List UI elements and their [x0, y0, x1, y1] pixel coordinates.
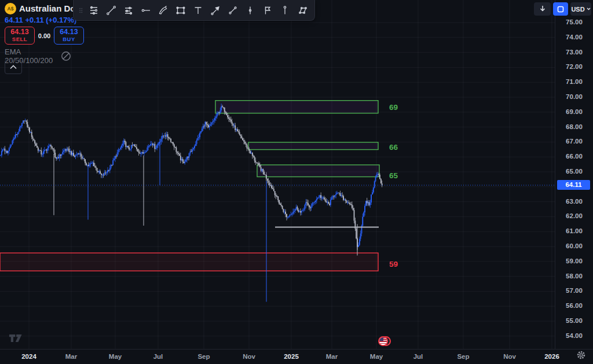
price-tick: 75.00	[555, 19, 593, 25]
last-price-label: 64.11	[557, 180, 590, 190]
zone-65[interactable]	[257, 165, 379, 177]
buy-button[interactable]: 64.13 BUY	[54, 27, 84, 45]
price-tick: 65.00	[555, 168, 593, 175]
parallelogram-tool-icon	[296, 4, 309, 17]
buy-label: BUY	[63, 36, 75, 42]
maximize-icon	[557, 6, 564, 13]
time-tick: 2026	[544, 353, 559, 360]
brush-tool-icon	[157, 4, 170, 17]
collapse-panel-button[interactable]	[5, 60, 22, 74]
price-tick: 55.00	[555, 317, 593, 324]
flag-tool-icon	[261, 4, 274, 17]
flag-tool-button[interactable]	[259, 2, 276, 19]
parallelogram-tool-button[interactable]	[294, 2, 311, 19]
time-tick: Mar	[65, 353, 77, 360]
time-tick: Nov	[503, 353, 516, 360]
time-axis[interactable]: 2024MarMayJulSepNov2025MarMayJulSepNov20…	[0, 349, 593, 364]
currency-dropdown[interactable]: USD	[570, 2, 591, 16]
price-tick: 60.00	[555, 242, 593, 249]
price-tick: 68.00	[555, 123, 593, 130]
drag-handle-icon	[77, 4, 85, 17]
time-tick: May	[109, 353, 122, 360]
time-tick: Mar	[326, 353, 338, 360]
price-tick: 59.00	[555, 258, 593, 264]
price-tick: 67.00	[555, 138, 593, 145]
price-tick: 69.00	[555, 108, 593, 115]
trading-chart-app: 69666559 75.0074.0073.0072.0071.0070.006…	[0, 0, 593, 364]
price-tick: 71.00	[555, 78, 593, 85]
fib-lines-tool-button[interactable]	[85, 2, 103, 19]
time-tick: Jul	[153, 353, 163, 360]
time-tick: Sep	[457, 353, 469, 360]
horizontal-ray-tool-icon	[140, 4, 152, 17]
zone-label-59: 59	[389, 260, 398, 269]
sell-label: SELL	[12, 36, 27, 42]
time-tick: 2025	[284, 353, 299, 360]
quote-line: 64.11 +0.11 (+0.17%)	[5, 16, 76, 24]
price-tick: 61.00	[555, 227, 593, 234]
trend-line-tool-button[interactable]	[103, 2, 120, 19]
price-label-tool-icon	[279, 4, 291, 17]
parallel-lines-tool-button[interactable]	[120, 2, 137, 19]
price-tick: 66.00	[555, 153, 593, 160]
zone-label-69: 69	[389, 103, 398, 112]
chart-canvas[interactable]: 69666559	[0, 0, 555, 349]
expand-button[interactable]	[553, 2, 568, 16]
sell-button[interactable]: 64.13 SELL	[5, 27, 35, 45]
parallel-lines-tool-icon	[122, 4, 135, 17]
zone-59[interactable]	[0, 253, 378, 271]
line-segment-tool-icon	[226, 4, 239, 17]
price-tick: 58.00	[555, 273, 593, 280]
price-tick: 74.00	[555, 34, 593, 41]
line-segment-tool-button[interactable]	[224, 2, 241, 19]
time-tick: May	[370, 353, 383, 360]
currency-value: USD	[571, 6, 584, 13]
price-tick: 57.00	[555, 287, 593, 294]
zone-label-66: 66	[389, 143, 398, 152]
spread-value: 0.00	[35, 32, 54, 39]
order-panel: 64.13 SELL 0.00 64.13 BUY	[5, 27, 84, 45]
toolbar-drag-handle[interactable]	[77, 2, 85, 19]
price-tick: 54.00	[555, 332, 593, 339]
tradingview-logo[interactable]	[9, 333, 27, 346]
time-tick: Sep	[197, 353, 210, 360]
price-tick: 63.00	[555, 198, 593, 205]
zone-66[interactable]	[248, 142, 378, 150]
zone-label-65: 65	[389, 171, 398, 180]
symbol-title[interactable]: Australian Dollar	[19, 3, 74, 14]
symbol-icon: A$	[5, 3, 16, 14]
text-tool-button[interactable]	[189, 2, 207, 19]
brush-tool-button[interactable]	[155, 2, 172, 19]
price-tick: 56.00	[555, 302, 593, 309]
fib-lines-tool-icon	[87, 4, 100, 17]
rectangle-tool-button[interactable]	[172, 2, 189, 19]
vertical-line-tool-icon	[244, 4, 257, 17]
price-change-pct: (+0.17%)	[46, 16, 76, 24]
price-tick: 73.00	[555, 49, 593, 56]
text-tool-icon	[192, 4, 204, 17]
download-icon	[539, 5, 546, 13]
chevron-down-icon	[587, 8, 591, 10]
trend-line-tool-icon	[105, 4, 118, 17]
zone-69[interactable]	[215, 101, 378, 113]
eye-off-icon[interactable]	[61, 51, 71, 61]
buy-price: 64.13	[60, 28, 78, 36]
us-flag-event-icon[interactable]	[378, 336, 392, 348]
price-label-tool-button[interactable]	[276, 2, 294, 19]
chevron-up-icon	[9, 64, 17, 70]
download-button[interactable]	[534, 2, 551, 16]
horizontal-ray-tool-button[interactable]	[137, 2, 155, 19]
arrow-tool-button[interactable]	[207, 2, 224, 19]
time-tick: Jul	[413, 353, 423, 360]
settings-gear-icon[interactable]	[576, 350, 586, 362]
top-right-controls: USD	[534, 2, 591, 16]
price-tick: 72.00	[555, 63, 593, 70]
vertical-line-tool-button[interactable]	[241, 2, 259, 19]
price-tick: 70.00	[555, 93, 593, 100]
time-tick: Nov	[243, 353, 255, 360]
price-tick: 62.00	[555, 212, 593, 219]
price-axis[interactable]: 75.0074.0073.0072.0071.0070.0069.0068.00…	[555, 0, 593, 349]
drawing-toolbar	[73, 0, 315, 21]
time-tick: 2024	[21, 353, 36, 360]
sell-price: 64.13	[10, 28, 28, 36]
